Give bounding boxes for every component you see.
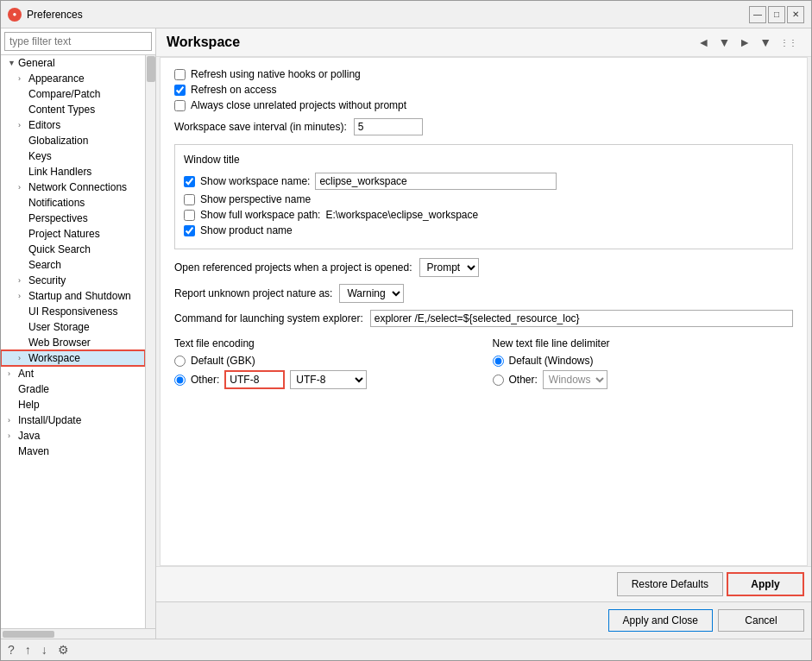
app-icon: ● [8,8,22,22]
sidebar-item-java[interactable]: › Java [1,428,145,444]
expand-arrow-ant: › [8,369,16,378]
delimiter-default-radio[interactable] [493,356,504,367]
save-interval-label: Workspace save interval (in minutes): [174,121,347,133]
encoding-other-radio[interactable] [174,375,186,386]
sidebar-item-web-browser[interactable]: Web Browser [1,335,145,350]
sidebar-item-network[interactable]: › Network Connections [1,179,145,195]
sidebar-item-quick-search[interactable]: Quick Search [1,242,145,257]
encoding-default-radio[interactable] [174,356,186,367]
help-icon[interactable]: ? [8,643,15,657]
sidebar-item-appearance[interactable]: › Appearance [1,71,145,86]
maximize-button[interactable]: □ [768,6,785,23]
refresh-native-row: Refresh using native hooks or polling [174,68,793,80]
command-explorer-label: Command for launching system explorer: [174,312,363,324]
always-close-checkbox[interactable] [174,100,186,111]
delimiter-dropdown[interactable]: Windows Unix Mac [543,370,607,389]
text-encoding-group: Text file encoding Default (GBK) Other: … [174,337,475,393]
sidebar-item-workspace[interactable]: › Workspace [1,350,145,366]
main-content: ▼ General › Appearance Compare/Patch Con… [1,28,811,639]
report-unknown-row: Report unknown project nature as: Warnin… [174,284,793,303]
filter-input[interactable] [4,32,152,51]
sidebar-hscrollbar[interactable] [1,628,155,639]
sidebar-item-ant[interactable]: › Ant [1,366,145,381]
forward-dropdown-button[interactable]: ▼ [756,34,775,51]
delimiter-other-row: Other: Windows Unix Mac [493,370,794,389]
expand-arrow-network: › [18,183,27,192]
show-full-path-checkbox[interactable] [184,210,195,221]
sidebar-item-maven[interactable]: Maven [1,444,145,459]
expand-arrow-security: › [18,276,27,285]
apply-button[interactable]: Apply [727,572,804,596]
sidebar-item-content-type[interactable]: Content Types [1,102,145,117]
sidebar-hscrollthumb[interactable] [3,631,54,638]
sidebar-item-perspectives[interactable]: Perspectives [1,211,145,226]
sidebar-item-security[interactable]: › Security [1,273,145,288]
report-unknown-label: Report unknown project nature as: [174,287,332,299]
save-interval-input[interactable] [354,118,423,135]
menu-button[interactable]: ⋮⋮ [777,36,801,49]
open-referenced-select[interactable]: Prompt Always Never [419,258,479,277]
show-product-name-checkbox[interactable] [184,225,195,236]
full-path-value: E:\workspace\eclipse_workspace [325,209,478,221]
sidebar: ▼ General › Appearance Compare/Patch Con… [1,28,156,639]
always-close-label: Always close unrelated projects without … [191,99,406,111]
refresh-native-checkbox[interactable] [174,69,186,80]
show-product-name-label: Show product name [200,224,293,236]
sidebar-item-compare[interactable]: Compare/Patch [1,86,145,102]
command-explorer-row: Command for launching system explorer: [174,310,793,327]
tree: ▼ General › Appearance Compare/Patch Con… [1,55,145,628]
apply-close-button[interactable]: Apply and Close [608,609,713,632]
sidebar-scrollthumb[interactable] [147,56,155,82]
back-button[interactable]: ◄ [695,34,714,51]
encoding-dropdown[interactable]: UTF-8 UTF-16 ISO-8859-1 [290,370,367,389]
refresh-native-label: Refresh using native hooks or polling [191,68,361,80]
show-perspective-name-label: Show perspective name [200,193,311,205]
window-title: Preferences [27,9,83,21]
sidebar-item-editors[interactable]: › Editors [1,117,145,133]
sidebar-item-project-nature[interactable]: Project Natures [1,226,145,242]
command-explorer-input[interactable] [370,310,793,327]
restore-defaults-button[interactable]: Restore Defaults [617,572,723,596]
show-perspective-name-row: Show perspective name [184,193,784,205]
expand-arrow-java: › [8,431,16,440]
preferences-icon[interactable]: ⚙ [58,643,69,657]
expand-arrow-appearance: › [18,74,27,83]
sidebar-scrollbar[interactable] [145,55,155,628]
sidebar-item-user-storage[interactable]: User Storage [1,319,145,335]
sidebar-item-notifications[interactable]: Notifications [1,195,145,211]
sidebar-item-general[interactable]: ▼ General [1,55,145,71]
encoding-default-row: Default (GBK) [174,355,475,367]
sidebar-item-install-update[interactable]: › Install/Update [1,412,145,428]
sidebar-item-gradle[interactable]: Gradle [1,381,145,397]
open-referenced-label: Open referenced projects when a project … [174,261,412,274]
sidebar-item-startup[interactable]: › Startup and Shutdown [1,288,145,304]
delimiter-other-radio[interactable] [493,375,504,386]
encoding-other-row: Other: UTF-8 UTF-16 ISO-8859-1 [174,370,475,389]
encoding-value-input[interactable] [224,370,285,389]
line-delimiter-group: New text file line delimiter Default (Wi… [493,337,794,393]
filter-box [1,28,155,55]
sidebar-item-help[interactable]: Help [1,397,145,412]
sidebar-item-keys[interactable]: Keys [1,148,145,164]
window-title-heading: Window title [184,154,784,166]
forward-button[interactable]: ► [735,34,754,51]
refresh-on-access-checkbox[interactable] [174,85,186,96]
import-icon[interactable]: ↓ [41,643,47,657]
export-icon[interactable]: ↑ [25,643,31,657]
sidebar-item-search[interactable]: Search [1,257,145,273]
workspace-name-input[interactable] [315,173,557,190]
sidebar-item-globalization[interactable]: Globalization [1,133,145,148]
back-dropdown-button[interactable]: ▼ [714,34,733,51]
delimiter-default-row: Default (Windows) [493,355,794,367]
minimize-button[interactable]: — [749,6,766,23]
sidebar-item-link-handlers[interactable]: Link Handlers [1,164,145,179]
close-button[interactable]: ✕ [787,6,804,23]
show-perspective-name-checkbox[interactable] [184,194,195,205]
preferences-window: ● Preferences — □ ✕ ▼ General [0,0,812,661]
delimiter-default-label: Default (Windows) [509,355,594,367]
cancel-button[interactable]: Cancel [718,609,804,632]
show-workspace-name-checkbox[interactable] [184,176,195,187]
panel-header: Workspace ◄ ▼ ► ▼ ⋮⋮ [156,28,811,57]
sidebar-item-ui-responsive[interactable]: UI Responsiveness [1,304,145,319]
report-unknown-select[interactable]: Warning Error Ignore [339,284,404,303]
